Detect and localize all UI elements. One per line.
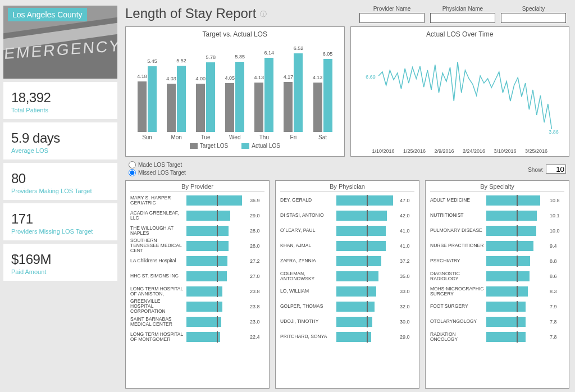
kpi-label: Average LOS bbox=[11, 147, 109, 154]
kpi-label: Paid Amount bbox=[11, 268, 109, 275]
hbar-row[interactable]: COLEMAN, ANTONOWSKY 35.0 bbox=[280, 268, 414, 284]
kpi-label: Providers Making LOS Target bbox=[11, 188, 109, 194]
los-over-time-chart: Actual LOS Over Time 6.69 3.86 1/10/2016… bbox=[350, 26, 570, 157]
hbar-row[interactable]: SAINT BARNABAS MEDICAL CENTER 23.0 bbox=[130, 314, 264, 329]
hbar-row[interactable]: GOLPER, THOMAS 32.0 bbox=[280, 299, 414, 314]
filter-input[interactable] bbox=[501, 13, 566, 23]
actual-bar[interactable]: 6.05 bbox=[323, 59, 332, 132]
target-actual-chart: Target vs. Actual LOS 4.18 5.45 Sun 4.03… bbox=[125, 26, 345, 157]
filter-input[interactable] bbox=[359, 13, 425, 23]
hbar-row[interactable]: RADIATION ONCOLOGY 7.8 bbox=[430, 329, 564, 344]
kpi-label: Providers Missing LOS Target bbox=[11, 228, 109, 235]
target-radios: Made LOS Target Missed LOS Target bbox=[129, 161, 186, 177]
hbar-row[interactable]: SOUTHERN TENNESSEE MEDICAL CENT 28.0 bbox=[130, 238, 264, 253]
hbar-row[interactable]: PRITCHARD, SONYA 29.0 bbox=[280, 329, 414, 344]
radio-made[interactable]: Made LOS Target bbox=[129, 161, 186, 168]
hbar-row[interactable]: O`LEARY, PAUL 41.0 bbox=[280, 223, 414, 238]
show-input[interactable] bbox=[546, 165, 566, 174]
kpi-value: 18,392 bbox=[11, 90, 109, 106]
legend-actual[interactable]: Actual LOS bbox=[241, 143, 280, 149]
target-bar[interactable]: 4.05 bbox=[225, 83, 234, 132]
actual-bar[interactable]: 5.85 bbox=[235, 62, 244, 132]
hbar-row[interactable]: LONG TERM HOSPITAL OF ANNISTON, 23.8 bbox=[130, 284, 264, 299]
actual-bar[interactable]: 5.45 bbox=[148, 66, 157, 132]
kpi-value: 171 bbox=[11, 211, 109, 227]
sidebar: EMERGENCY Los Angeles County 18,392Total… bbox=[0, 0, 121, 392]
hbar-row[interactable]: NURSE PRACTITIONER 9.4 bbox=[430, 238, 564, 253]
info-icon[interactable]: ⓘ bbox=[260, 10, 267, 18]
target-bar[interactable]: 4.03 bbox=[167, 84, 176, 132]
hbar-row[interactable]: MARY S. HARPER GERIATRIC 36.9 bbox=[130, 193, 264, 208]
main-area: Length of Stay Report ⓘ Provider NamePhy… bbox=[121, 0, 575, 392]
filter-field: Provider Name bbox=[359, 6, 425, 23]
hbar-row[interactable]: FOOT SURGERY 7.9 bbox=[430, 299, 564, 314]
actual-bar[interactable]: 6.14 bbox=[264, 58, 273, 132]
hbar-row[interactable]: THE WILLOUGH AT NAPLES 28.0 bbox=[130, 223, 264, 238]
filter-input[interactable] bbox=[430, 13, 495, 23]
radio-missed[interactable]: Missed LOS Target bbox=[129, 169, 186, 176]
hbar-row[interactable]: ADULT MEDICINE 10.8 bbox=[430, 193, 564, 208]
kpi-card: 171Providers Missing LOS Target bbox=[3, 203, 117, 240]
hbar-row[interactable]: PULMONARY DISEASE 10.0 bbox=[430, 223, 564, 238]
target-bar[interactable]: 4.18 bbox=[138, 81, 147, 132]
target-bar[interactable]: 4.00 bbox=[196, 84, 205, 132]
hbar-row[interactable]: OTOLARYNGOLOGY 7.8 bbox=[430, 314, 564, 329]
hero-image: EMERGENCY Los Angeles County bbox=[3, 6, 117, 79]
hbar-row[interactable]: ZAFRA, ZYNNIA 37.2 bbox=[280, 253, 414, 268]
kpi-card: 18,392Total Patients bbox=[3, 82, 117, 119]
page-title: Length of Stay Report ⓘ bbox=[125, 6, 355, 21]
hbar-row[interactable]: DEY, GERALD 47.0 bbox=[280, 193, 414, 208]
hbar-row[interactable]: UDOJI, TIMOTHY 30.0 bbox=[280, 314, 414, 329]
target-bar[interactable]: 4.13 bbox=[313, 83, 322, 133]
actual-bar[interactable]: 6.52 bbox=[294, 53, 303, 132]
kpi-value: 5.9 days bbox=[11, 130, 109, 146]
hbar-row[interactable]: KHAN, AJMAL 41.0 bbox=[280, 238, 414, 253]
target-bar[interactable]: 4.17 bbox=[284, 82, 293, 132]
by-physician-chart: By Physician DEY, GERALD 47.0DI STASI, A… bbox=[275, 180, 419, 389]
hbar-row[interactable]: DI STASI, ANTONIO 42.0 bbox=[280, 208, 414, 223]
kpi-card: $169MPaid Amount bbox=[3, 244, 117, 281]
hbar-row[interactable]: MOHS-MICROGRAPHIC SURGERY 8.3 bbox=[430, 284, 564, 299]
by-provider-chart: By Provider MARY S. HARPER GERIATRIC 36.… bbox=[125, 180, 270, 389]
kpi-card: 5.9 daysAverage LOS bbox=[3, 122, 117, 159]
kpi-value: 80 bbox=[11, 171, 109, 186]
line-end-label: 3.86 bbox=[549, 129, 559, 135]
hbar-row[interactable]: PSYCHIATRY 8.8 bbox=[430, 253, 564, 268]
kpi-value: $169M bbox=[11, 252, 109, 267]
actual-bar[interactable]: 5.78 bbox=[206, 62, 215, 132]
filter-field: Physician Name bbox=[430, 6, 495, 23]
actual-bar[interactable]: 5.52 bbox=[177, 66, 186, 132]
hbar-row[interactable]: LO, WILLIAM 33.0 bbox=[280, 284, 414, 299]
hbar-row[interactable]: DIAGNOSTIC RADIOLOGY 8.6 bbox=[430, 268, 564, 284]
line-start-label: 6.69 bbox=[366, 74, 376, 80]
kpi-card: 80Providers Making LOS Target bbox=[3, 163, 117, 200]
hbar-row[interactable]: ACADIA GREENLEAF, LLC 29.0 bbox=[130, 208, 264, 223]
hbar-row[interactable]: LONG TERM HOSPITAL OF MONTGOMER 22.4 bbox=[130, 329, 264, 344]
show-control: Show: bbox=[528, 165, 566, 174]
hbar-row[interactable]: NUTRITIONIST 10.1 bbox=[430, 208, 564, 223]
filter-field: Specialty bbox=[501, 6, 566, 23]
hbar-row[interactable]: HHC ST. SIMONS INC 27.0 bbox=[130, 268, 264, 284]
location-label: Los Angeles County bbox=[8, 8, 87, 21]
hbar-row[interactable]: LA Childrens Hospital 27.2 bbox=[130, 253, 264, 268]
legend-target[interactable]: Target LOS bbox=[190, 143, 229, 149]
kpi-label: Total Patients bbox=[11, 107, 109, 113]
hbar-row[interactable]: GREENVILLE HOSPITAL CORPORATION 23.8 bbox=[130, 299, 264, 314]
target-bar[interactable]: 4.13 bbox=[254, 83, 263, 133]
by-specialty-chart: By Specialty ADULT MEDICINE 10.8NUTRITIO… bbox=[425, 180, 569, 389]
